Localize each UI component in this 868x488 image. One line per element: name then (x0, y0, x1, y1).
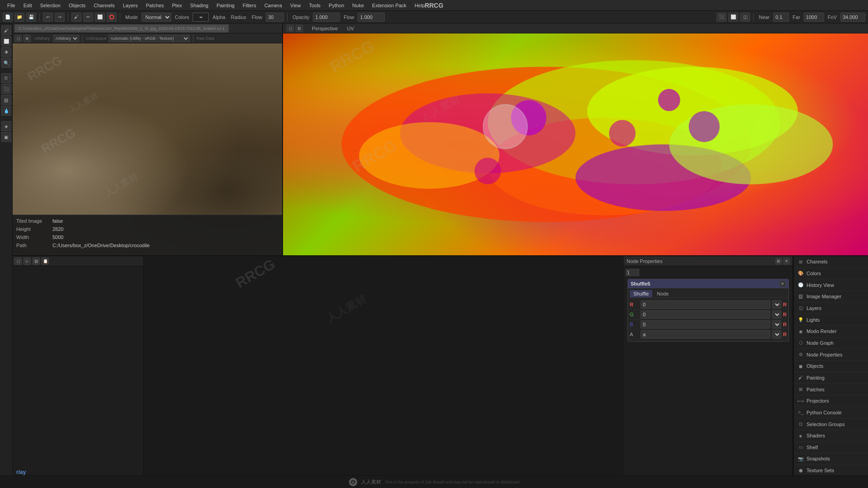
channel-g-select[interactable]: ▼ (772, 310, 781, 319)
filmstrip-btn4[interactable]: 📋 (42, 258, 49, 265)
brush-button[interactable]: 🖌 (71, 13, 81, 22)
sidebar-item-painting[interactable]: 🖌 Painting (794, 372, 868, 384)
channel-r-select[interactable]: ▼ (772, 300, 781, 309)
channel-r-input[interactable] (641, 300, 770, 309)
menu-channels[interactable]: Channels (90, 2, 118, 9)
sidebar-item-objects[interactable]: ◼ Objects (794, 361, 868, 372)
sidebar-item-modo-render[interactable]: ◉ Modo Render (794, 326, 868, 338)
menu-file[interactable]: File (4, 2, 19, 9)
filmstrip-btn3[interactable]: ▨ (33, 258, 40, 265)
fov-input[interactable] (840, 13, 865, 22)
channel-a-badge: R (783, 332, 787, 337)
menu-ptex[interactable]: Ptex (169, 2, 186, 9)
filmstrip-btn2[interactable]: ▷ (24, 258, 31, 265)
menu-view[interactable]: View (287, 2, 305, 9)
menu-shading[interactable]: Shading (187, 2, 212, 9)
paint-tool[interactable]: 🖌 (1, 25, 11, 35)
sidebar-item-node-properties[interactable]: ⚙ Node Properties (794, 349, 868, 361)
sidebar-item-lights[interactable]: 💡 Lights (794, 314, 868, 326)
opacity-input[interactable] (313, 13, 340, 22)
viewport-btn-2[interactable]: ⊞ (296, 25, 303, 32)
shuffle-tab-shuffle[interactable]: Shuffle (630, 290, 652, 297)
tool2-button[interactable]: ✏ (83, 13, 93, 22)
menu-selection[interactable]: Selection (37, 2, 64, 9)
arbitrary-label: Arbitrary (34, 36, 50, 41)
sidebar-item-node-graph[interactable]: ⬡ Node Graph (794, 338, 868, 349)
zoom-tool[interactable]: 🔍 (1, 58, 11, 68)
node-graph-area[interactable]: RRCG 人人素材 Node ● ● (144, 256, 624, 488)
channel-g-input[interactable] (641, 310, 770, 319)
sidebar-item-colors[interactable]: 🎨 Colors (794, 268, 868, 280)
node-props-btn1[interactable]: ⊞ (775, 258, 782, 264)
filmstrip-btn1[interactable]: ◻ (14, 258, 22, 265)
menu-camera[interactable]: Camera (261, 2, 286, 9)
colorspace-select[interactable]: Automatic (Utility - sRGB - Texture) (108, 35, 190, 42)
clone-tool[interactable]: © (1, 73, 11, 83)
menu-patches[interactable]: Patches (142, 2, 168, 9)
flow-input[interactable] (358, 13, 385, 22)
shuffle-close[interactable]: ✕ (779, 281, 786, 287)
open-button[interactable]: 📁 (14, 13, 24, 22)
image-tab-main[interactable]: C:/Users/box_z/OneDrive/Desktop/ref/Text… (14, 24, 229, 33)
undo-button[interactable]: ↩ (43, 13, 53, 22)
sidebar-item-python-console[interactable]: >_ Python Console (794, 407, 868, 419)
selection-groups-icon: ⊡ (797, 421, 804, 427)
radius-input[interactable] (266, 13, 284, 22)
shuffle-tab-node[interactable]: Node (653, 290, 672, 297)
new-button[interactable]: 📄 (3, 13, 13, 22)
sidebar-item-selection-groups[interactable]: ⊡ Selection Groups (794, 418, 868, 430)
sidebar-item-shaders[interactable]: ◈ Shaders (794, 430, 868, 442)
sidebar-item-image-manager[interactable]: 🖼 Image Manager (794, 291, 868, 303)
sidebar-item-history[interactable]: 🕐 History View (794, 279, 868, 291)
color-swatch[interactable]: ▪▪ (193, 13, 209, 22)
svg-point-13 (483, 104, 528, 149)
sidebar-item-patches[interactable]: ⊠ Patches (794, 384, 868, 395)
menu-painting[interactable]: Painting (213, 2, 238, 9)
tool4-button[interactable]: ⭕ (107, 13, 117, 22)
node-props-btn2[interactable]: ✕ (783, 258, 790, 264)
channel-b-select[interactable]: ▼ (772, 320, 781, 328)
sidebar-item-shelf[interactable]: ▭ Shelf (794, 442, 868, 454)
menu-extension-pack[interactable]: Extension Pack (368, 2, 410, 9)
menu-filters[interactable]: Filters (239, 2, 260, 9)
arbitrary-select[interactable]: Arbitrary (53, 35, 79, 42)
menu-edit[interactable]: Edit (20, 2, 36, 9)
sidebar-item-snapshots[interactable]: 📷 Snapshots (794, 453, 868, 465)
sidebar-item-channels[interactable]: ⊞ Channels (794, 256, 868, 268)
channel-b-input[interactable] (641, 320, 770, 328)
shuffle-counter[interactable] (626, 269, 639, 276)
channel-a-select[interactable]: ▼ (772, 330, 781, 338)
eyedrop-tool[interactable]: 💧 (1, 106, 11, 116)
menu-nuke[interactable]: Nuke (349, 2, 368, 9)
view-btn-1[interactable]: ⬛ (717, 13, 726, 22)
view-btn-2[interactable]: ⬜ (728, 13, 738, 22)
snapshots-icon: 📷 (797, 455, 804, 462)
tool3-button[interactable]: ⬜ (95, 13, 105, 22)
menu-help[interactable]: Help (411, 2, 429, 9)
channel-a-input[interactable] (641, 330, 770, 338)
menu-python[interactable]: Python (325, 2, 348, 9)
3d-viewport[interactable]: RRCG 人人素材 RRCG (283, 33, 868, 255)
redo-button[interactable]: ↪ (55, 13, 65, 22)
menu-layers[interactable]: Layers (119, 2, 142, 9)
sidebar-item-projectors[interactable]: ⟼ Projectors (794, 395, 868, 407)
eraser-tool[interactable]: ⬛ (1, 84, 11, 94)
img-tool-2[interactable]: ⊕ (24, 35, 31, 42)
selection-groups-label: Selection Groups (807, 422, 844, 427)
select-tool[interactable]: ⬜ (1, 36, 11, 46)
sidebar-item-layers[interactable]: ◫ Layers (794, 303, 868, 314)
far-input[interactable] (804, 13, 824, 22)
save-button[interactable]: 💾 (26, 13, 36, 22)
near-input[interactable] (773, 13, 789, 22)
tool-extra1[interactable]: ◈ (1, 121, 11, 131)
fill-tool[interactable]: ▨ (1, 95, 11, 105)
menu-objects[interactable]: Objects (65, 2, 89, 9)
tool-extra2[interactable]: ▣ (1, 132, 11, 142)
mode-select[interactable]: Normal (142, 13, 171, 22)
view-btn-3[interactable]: ◫ (740, 13, 750, 22)
menu-tools[interactable]: Tools (305, 2, 324, 9)
img-tool-1[interactable]: ◻ (14, 35, 22, 42)
viewport-btn-1[interactable]: ◻ (287, 25, 294, 32)
sidebar-item-texture-sets[interactable]: ⬢ Texture Sets (794, 465, 868, 477)
transform-tool[interactable]: ✚ (1, 47, 11, 57)
